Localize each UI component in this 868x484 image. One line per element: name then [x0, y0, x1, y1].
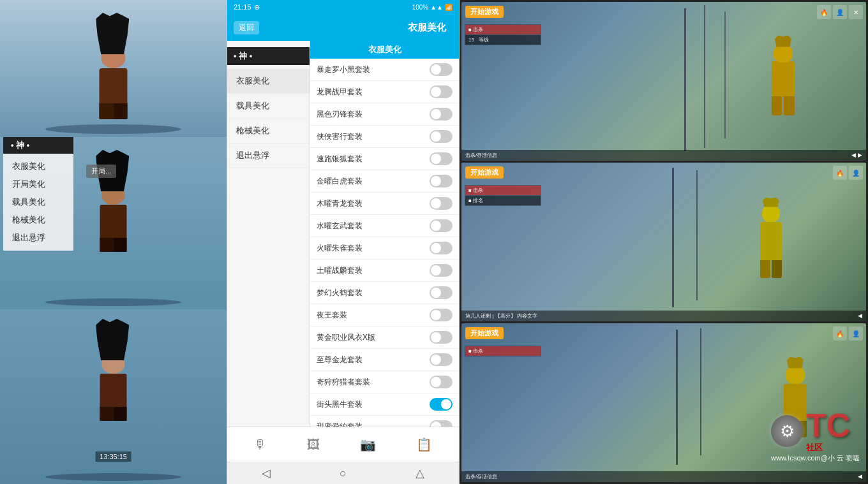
- list-item-label: 至尊金龙套装: [317, 355, 430, 365]
- platform-mid: [45, 298, 181, 306]
- sidemenu-item-vehicle[interactable]: 载具美化: [227, 94, 310, 119]
- back-button[interactable]: 返回: [234, 21, 259, 34]
- tower-4: [672, 168, 674, 307]
- char-legs-bot: [100, 407, 127, 421]
- toggle-switch[interactable]: [430, 353, 453, 366]
- game-bottom-bar-3: 击杀/存活信息 ◀: [461, 471, 866, 482]
- list-item-row: 土曜战麟套装: [310, 260, 459, 282]
- kaiju-button[interactable]: 开局...: [86, 165, 116, 178]
- toggle-switch[interactable]: [430, 85, 453, 98]
- game-badge-1[interactable]: 开始游戏: [465, 6, 504, 18]
- mid-list-panel: 衣服美化 暴走罗小黑套装龙腾战甲套装黑色刃锋套装侠侠害行套装速跑银狐套装金曜白虎…: [310, 41, 459, 427]
- list-item-label: 速跑银狐套装: [317, 154, 430, 165]
- float-menu-body: 衣服美化 开局美化 载具美化 枪械美化 退出悬浮: [3, 154, 73, 251]
- anime-top-section: [0, 0, 227, 137]
- game-bottom-bar-2: 第几人还剩 | 【高分】 内容文字 ◀: [461, 311, 866, 321]
- toggle-switch[interactable]: [430, 286, 453, 299]
- list-item-label: 奇狩狩猎者套装: [317, 377, 430, 388]
- platform-bot: [45, 473, 181, 481]
- middle-panel: 21:15 ⊕ 100% ▲▲ 📶 返回 衣服美化 • 神 • 衣服美化 载具美…: [227, 0, 460, 484]
- game-score-1: 15 等级: [465, 35, 541, 45]
- nav-home-btn[interactable]: ○: [340, 467, 347, 480]
- statusbar: 21:15 ⊕ 100% ▲▲ 📶: [227, 0, 459, 14]
- image-icon[interactable]: 🖼: [307, 437, 320, 452]
- signal-icon: ▲▲: [430, 4, 443, 11]
- tower-6: [676, 330, 678, 465]
- toggle-switch[interactable]: [430, 398, 453, 411]
- list-item-row: 金曜白虎套装: [310, 170, 459, 193]
- toggle-switch[interactable]: [430, 197, 453, 210]
- list-item-label: 侠侠害行套装: [317, 131, 430, 142]
- sidemenu-header: • 神 •: [227, 47, 310, 65]
- game-header-icons-2: 🔥 👤: [833, 166, 863, 180]
- mic-icon[interactable]: 🎙: [254, 437, 267, 452]
- toggle-switch[interactable]: [430, 108, 453, 121]
- game-card-1: 开始游戏 🔥 👤 ✕ ■ 击杀 15 等级 击杀/存活信息 ◀ ▶: [461, 2, 866, 161]
- game-bottom-left-2: 第几人还剩 | 【高分】 内容文字: [465, 312, 537, 319]
- list-item-label: 金曜白虎套装: [317, 176, 430, 187]
- menu-item-clothes[interactable]: 衣服美化: [3, 158, 73, 175]
- list-item-row: 奇狩狩猎者套装: [310, 371, 459, 393]
- char-body-1: [772, 61, 795, 96]
- toggle-switch[interactable]: [430, 242, 453, 254]
- list-item-row: 龙腾战甲套装: [310, 81, 459, 103]
- statusbar-left: 21:15 ⊕: [234, 3, 260, 11]
- game-icon-x[interactable]: ✕: [849, 5, 863, 19]
- toggle-switch[interactable]: [430, 130, 453, 143]
- char-legs-1: [772, 96, 795, 115]
- list-item-label: 暴走罗小黑套装: [317, 64, 430, 75]
- toggle-switch[interactable]: [430, 152, 453, 165]
- game-badge-3[interactable]: 开始游戏: [465, 327, 504, 339]
- status-icon: ⊕: [254, 3, 260, 11]
- game-red-tag-3: ■ 击杀: [465, 346, 541, 356]
- game-icon-fire-2: 🔥: [833, 166, 847, 180]
- game-icon-person-3: 👤: [849, 326, 863, 341]
- char-legs-mid: [100, 238, 127, 252]
- menu-item-vehicle[interactable]: 载具美化: [3, 193, 73, 211]
- game-icon-fire: 🔥: [817, 5, 831, 19]
- battery: 100%: [412, 4, 429, 11]
- toggle-switch[interactable]: [430, 309, 453, 321]
- game-red-tag-1: ■ 击杀: [465, 25, 541, 34]
- list-item-label: 黑色刃锋套装: [317, 109, 430, 120]
- toggle-switch[interactable]: [430, 376, 453, 388]
- game-card-3: 开始游戏 🔥 👤 ⚙ TC 社区: [461, 323, 866, 482]
- camera-icon[interactable]: 📷: [360, 437, 376, 452]
- toggle-switch[interactable]: [430, 175, 453, 187]
- toggle-switch[interactable]: [430, 420, 453, 427]
- menu-item-start[interactable]: 开局美化: [3, 175, 73, 193]
- toggle-switch[interactable]: [430, 331, 453, 344]
- char-body-top: [100, 68, 128, 103]
- menu-item-gun[interactable]: 枪械美化: [3, 211, 73, 229]
- clipboard-icon[interactable]: 📋: [416, 437, 432, 452]
- list-item-row: 侠侠害行套装: [310, 126, 459, 148]
- nav-back-btn[interactable]: ◁: [262, 466, 271, 480]
- sidemenu-item-gun[interactable]: 枪械美化: [227, 119, 310, 143]
- game-char-2: [749, 204, 793, 281]
- char-legs-3: [784, 421, 807, 437]
- mid-bottombar: 🎙 🖼 📷 📋: [227, 427, 459, 462]
- toggle-switch[interactable]: [430, 63, 453, 76]
- game-icon-person-2: 👤: [849, 166, 863, 180]
- nav-recents-btn[interactable]: △: [415, 466, 424, 480]
- list-item-row: 暴走罗小黑套装: [310, 59, 459, 81]
- char-body-bot: [100, 374, 127, 407]
- toggle-switch[interactable]: [430, 219, 453, 232]
- list-item-label: 夜王套装: [317, 310, 430, 321]
- game-bottom-left-3: 击杀/存活信息: [465, 473, 497, 480]
- game-header-icons-1: 🔥 👤 ✕: [817, 5, 863, 19]
- game-badge-2[interactable]: 开始游戏: [465, 166, 504, 179]
- sidemenu-item-exit[interactable]: 退出悬浮: [227, 143, 310, 168]
- timestamp: 13:35:15: [95, 451, 131, 462]
- list-item-row: 夜王套装: [310, 304, 459, 326]
- game-bottom-bar-1: 击杀/存活信息 ◀ ▶: [461, 150, 866, 161]
- char-hair-bot: [96, 319, 131, 360]
- tower-5: [696, 170, 698, 300]
- sidemenu-item-clothes[interactable]: 衣服美化: [227, 69, 310, 94]
- platform-top: [45, 124, 181, 134]
- menu-item-exit[interactable]: 退出悬浮: [3, 229, 73, 247]
- toggle-switch[interactable]: [430, 264, 453, 277]
- game-icon-fire-3: 🔥: [833, 326, 847, 341]
- game-bottom-right-1: ◀ ▶: [851, 152, 862, 159]
- float-menu: • 神 • 衣服美化 开局美化 载具美化 枪械美化 退出悬浮: [3, 137, 73, 251]
